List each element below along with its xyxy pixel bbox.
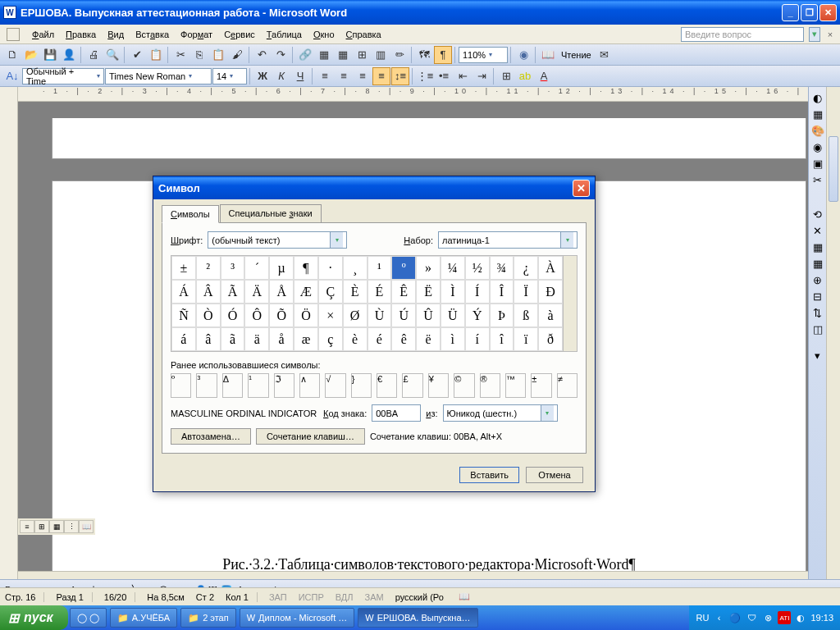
panel-icon[interactable]: ◐ [810,90,825,105]
recent-symbol-cell[interactable]: º [171,373,191,398]
cut-icon[interactable]: ✂ [171,46,189,64]
symbol-cell[interactable]: æ [294,327,318,351]
view-normal[interactable]: ≡ [20,520,34,533]
tab-special[interactable]: Специальные знаки [220,204,322,222]
close-button[interactable]: ✕ [819,4,837,21]
panel-icon[interactable]: ✕ [810,223,825,238]
italic-icon[interactable]: К [272,67,290,85]
minimize-button[interactable]: _ [782,4,799,21]
symbol-cell[interactable]: Ò [196,304,221,327]
tray-icon[interactable]: 🛡 [745,611,758,624]
save-icon[interactable]: 💾 [41,46,59,64]
symbol-cell[interactable]: Õ [269,304,294,327]
columns-icon[interactable]: ▥ [372,46,390,64]
view-reading[interactable]: 📖 [79,520,94,533]
excel-icon[interactable]: ⊞ [353,46,371,64]
reading-label[interactable]: Чтение [558,50,595,60]
recent-symbol-cell[interactable]: ¹ [248,373,268,398]
underline-icon[interactable]: Ч [291,67,309,85]
view-print[interactable]: ▦ [49,520,64,533]
doc-close-button[interactable]: × [824,30,837,39]
preview-icon[interactable]: 🔍 [103,46,121,64]
panel-icon[interactable]: ◉ [810,139,825,154]
align-left-icon[interactable]: ≡ [316,67,334,85]
menu-format[interactable]: Формат [175,27,218,42]
symbol-cell[interactable]: µ [269,256,294,280]
symbol-cell[interactable]: ð [538,327,563,351]
tray-icon[interactable]: ⊗ [761,611,774,624]
symbol-grid[interactable]: ±²³´µ¶·¸¹º»¼½¾¿ÀÁÂÃÄÅÆÇÈÉÊËÌÍÎÏÐÑÒÓÔÕÖ×Ø… [171,255,564,352]
recent-symbol-cell[interactable]: ® [480,373,500,398]
symbol-cell[interactable]: ± [171,256,196,280]
maximize-button[interactable]: ❐ [801,4,818,21]
symbol-cell[interactable]: Â [196,280,221,304]
code-input[interactable]: 00BA [372,404,421,422]
view-outline[interactable]: ⋮ [64,520,79,533]
redo-icon[interactable]: ↷ [272,46,290,64]
symbol-cell[interactable]: Ø [343,304,368,327]
panel-icon[interactable]: 🎨 [810,123,825,138]
symbol-cell[interactable]: Æ [294,280,318,304]
symbol-cell[interactable]: â [196,327,221,351]
tray-icon[interactable]: ◐ [794,611,807,624]
align-right-icon[interactable]: ≡ [354,67,372,85]
symbol-cell[interactable]: ¶ [294,256,318,280]
permission-icon[interactable]: 👤 [60,46,78,64]
symbol-cell[interactable]: å [269,327,294,351]
recent-symbol-cell[interactable]: ³ [196,373,217,398]
symbol-cell[interactable]: Ô [244,304,269,327]
symbol-cell[interactable]: Þ [490,304,514,327]
menu-tools[interactable]: Сервис [218,27,261,42]
symbol-cell[interactable]: ¿ [514,256,538,280]
recent-symbol-cell[interactable]: ≠ [557,373,578,398]
symbol-cell[interactable]: Ï [514,280,538,304]
insert-button[interactable]: Вставить [459,467,519,483]
symbol-cell[interactable]: × [318,304,343,327]
panel-icon[interactable]: ▣ [810,156,825,171]
start-button[interactable]: ⊞пуск [0,605,68,630]
outdent-icon[interactable]: ⇤ [454,67,472,85]
tray-lang[interactable]: RU [696,611,709,624]
symbol-cell[interactable]: ³ [221,256,245,280]
symbol-cell[interactable]: ã [221,327,245,351]
quicklaunch[interactable]: ◯ ◯ [70,608,107,628]
undo-icon[interactable]: ↶ [253,46,271,64]
symbol-cell[interactable]: ½ [465,256,490,280]
help-icon[interactable]: ◉ [514,46,532,64]
from-select[interactable]: Юникод (шестн.)▾ [443,404,558,422]
symbol-cell[interactable]: ² [196,256,221,280]
symbol-cell[interactable]: Ç [318,280,343,304]
shortcut-button[interactable]: Сочетание клавиш… [256,428,365,445]
open-icon[interactable]: 📂 [22,46,40,64]
panel-icon[interactable]: ⇅ [810,305,825,320]
symbol-cell[interactable]: à [538,304,563,327]
menu-insert[interactable]: Вставка [130,27,175,42]
recent-symbol-cell[interactable]: ¥ [428,373,449,398]
recent-symbol-cell[interactable]: ℑ [274,373,294,398]
style-combo[interactable]: Обычный + Time▾ [22,68,104,84]
symbol-cell[interactable]: É [368,280,392,304]
symbol-cell[interactable]: Ñ [171,304,196,327]
symbol-cell[interactable]: è [343,327,368,351]
symbol-cell[interactable]: ê [391,327,416,351]
research-icon[interactable]: 📋 [147,46,165,64]
symbol-cell[interactable]: Ä [244,280,269,304]
panel-icon[interactable]: ✂ [810,172,825,187]
tray-icon[interactable]: ATI [778,611,791,624]
menu-edit[interactable]: Правка [60,27,102,42]
symbol-cell[interactable]: Ü [441,304,465,327]
symbol-cell[interactable]: Ú [391,304,416,327]
symbol-cell[interactable]: ä [244,327,269,351]
symbol-cell[interactable]: ë [416,327,441,351]
recent-symbol-cell[interactable]: Δ [222,373,243,398]
styles-pane-icon[interactable]: A↓ [3,67,21,85]
panel-icon[interactable]: ⊕ [810,272,825,287]
symbol-cell[interactable]: Ê [391,280,416,304]
font-color-icon[interactable]: A [535,67,553,85]
menu-help[interactable]: Справка [340,27,387,42]
numbering-icon[interactable]: ⋮≡ [416,67,434,85]
task-word-1[interactable]: W Диплом - Microsoft … [240,608,355,628]
drawing-icon[interactable]: ✏ [390,46,409,64]
recent-symbol-cell[interactable]: } [351,373,372,398]
symbol-cell[interactable]: ¸ [343,256,368,280]
